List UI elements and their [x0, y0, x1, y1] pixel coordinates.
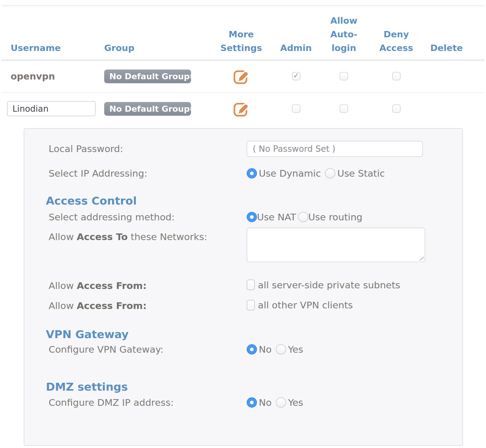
- vpn-gateway-heading: VPN Gateway: [46, 328, 448, 341]
- column-header-group: Group: [101, 6, 207, 60]
- ip-addressing-label: Select IP Addressing:: [49, 168, 247, 179]
- access-to-networks-row: Allow Access To these Networks:: [49, 228, 448, 262]
- radio-use-nat[interactable]: Use NAT: [247, 212, 296, 222]
- ip-addressing-row: Select IP Addressing: Use Dynamic Use St…: [49, 168, 448, 179]
- allow-autologin-checkbox[interactable]: [340, 104, 348, 113]
- table-header-row: Username Group MoreSettings Admin AllowA…: [2, 6, 484, 60]
- select-updown-arrows-icon: [190, 73, 194, 80]
- user-row-openvpn: openvpn No Default Group: [2, 60, 484, 93]
- ip-addressing-radio-group: Use Dynamic Use Static: [247, 168, 448, 179]
- dmz-settings-heading: DMZ settings: [46, 381, 448, 393]
- local-password-input[interactable]: [247, 141, 423, 157]
- radio-vpn-gateway-no[interactable]: No: [247, 344, 272, 355]
- group-select[interactable]: No Default Group: [104, 70, 191, 83]
- addressing-method-row: Select addressing method: Use NAT Use ro…: [49, 212, 448, 222]
- user-permissions-table: Username Group MoreSettings Admin AllowA…: [2, 5, 484, 125]
- radio-icon: [298, 212, 308, 222]
- addressing-method-radio-group: Use NAT Use routing: [247, 212, 448, 222]
- access-to-networks-label: Allow Access To these Networks:: [49, 228, 247, 242]
- radio-icon: [325, 168, 335, 178]
- user-row-linodian: No Default Group: [2, 93, 484, 125]
- radio-icon: [247, 344, 257, 355]
- access-from-clients-row: Allow Access From: all other VPN clients: [49, 300, 448, 312]
- column-header-admin: Admin: [276, 6, 317, 60]
- configure-dmz-label: Configure DMZ IP address:: [49, 397, 247, 408]
- column-header-username: Username: [7, 6, 101, 60]
- group-select-value: No Default Group: [109, 104, 190, 114]
- configure-dmz-row: Configure DMZ IP address: No Yes: [49, 397, 448, 408]
- vpn-gateway-radio-group: No Yes: [247, 344, 448, 355]
- deny-access-checkbox[interactable]: [392, 72, 401, 80]
- admin-checkbox[interactable]: [292, 104, 300, 113]
- radio-dmz-yes[interactable]: Yes: [276, 397, 303, 408]
- column-header-allow-autologin: AllowAuto-login: [317, 6, 371, 60]
- radio-use-routing[interactable]: Use routing: [298, 212, 363, 222]
- radio-icon: [247, 168, 257, 178]
- more-settings-edit-icon[interactable]: [232, 67, 250, 85]
- access-from-label: Allow Access From:: [49, 300, 247, 311]
- group-select-value: No Default Group: [109, 72, 190, 81]
- local-password-row: Local Password:: [49, 141, 448, 157]
- access-from-subnets-checkbox[interactable]: [247, 280, 255, 290]
- group-select[interactable]: No Default Group: [104, 102, 191, 116]
- configure-vpn-gateway-label: Configure VPN Gateway:: [49, 344, 247, 355]
- radio-icon: [247, 212, 257, 222]
- dmz-radio-group: No Yes: [247, 397, 448, 408]
- allow-autologin-checkbox[interactable]: [340, 72, 348, 80]
- select-updown-arrows-icon: [190, 106, 194, 112]
- configure-vpn-gateway-row: Configure VPN Gateway: No Yes: [49, 344, 448, 355]
- admin-checkbox[interactable]: [292, 72, 300, 80]
- radio-icon: [247, 397, 257, 408]
- radio-dmz-no[interactable]: No: [247, 397, 272, 408]
- column-header-more-settings: MoreSettings: [207, 6, 276, 60]
- access-from-clients-checkbox[interactable]: [247, 300, 255, 311]
- local-password-label: Local Password:: [49, 143, 247, 154]
- user-settings-panel: Local Password: Select IP Addressing: Us…: [24, 128, 463, 446]
- access-from-subnets-row: Allow Access From: all server-side priva…: [49, 280, 448, 292]
- more-settings-edit-icon[interactable]: [232, 100, 250, 117]
- resize-grip-icon-wrap: [247, 228, 425, 262]
- column-header-delete: Delete: [421, 6, 472, 60]
- username-text: openvpn: [11, 71, 55, 82]
- username-input[interactable]: [7, 101, 96, 116]
- radio-vpn-gateway-yes[interactable]: Yes: [276, 344, 303, 355]
- access-from-clients-option[interactable]: all other VPN clients: [247, 300, 353, 311]
- radio-use-dynamic[interactable]: Use Dynamic: [247, 168, 321, 179]
- deny-access-checkbox[interactable]: [392, 104, 401, 113]
- radio-icon: [276, 397, 286, 408]
- radio-use-static[interactable]: Use Static: [325, 168, 385, 179]
- addressing-method-label: Select addressing method:: [49, 212, 247, 222]
- radio-icon: [276, 344, 286, 355]
- delete-cell-empty: [421, 60, 472, 92]
- access-control-heading: Access Control: [46, 195, 448, 207]
- access-from-subnets-option[interactable]: all server-side private subnets: [247, 280, 400, 290]
- access-from-label: Allow Access From:: [49, 280, 247, 291]
- column-header-deny-access: DenyAccess: [371, 6, 421, 60]
- access-to-networks-textarea[interactable]: [247, 228, 425, 262]
- delete-cell-empty: [421, 93, 472, 125]
